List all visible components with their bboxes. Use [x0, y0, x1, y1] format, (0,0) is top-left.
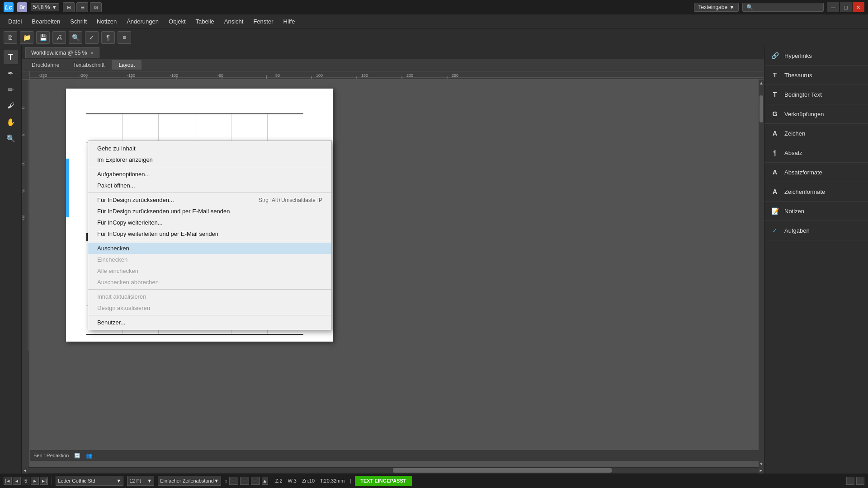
context-menu-item-benutzer[interactable]: Benutzer... [88, 317, 331, 328]
menu-schrift[interactable]: Schrift [66, 16, 91, 27]
last-page-button[interactable]: ►| [40, 477, 48, 485]
align-center-button[interactable]: ≡ [240, 477, 249, 485]
close-button[interactable]: ✕ [853, 2, 864, 12]
scroll-track[interactable] [28, 468, 758, 473]
context-menu-item-aufgabenoptionen[interactable]: Aufgabenoptionen... [88, 169, 331, 180]
maximize-button[interactable]: □ [840, 2, 852, 12]
text-tool[interactable]: T [4, 50, 18, 64]
table-cell [123, 114, 159, 142]
bridge-icon[interactable]: Br [17, 2, 27, 12]
list-button[interactable]: ≡ [118, 31, 131, 44]
print-button[interactable]: 🖨 [52, 31, 66, 44]
text-eingepasst-button[interactable]: TEXT EINGEPASST [355, 476, 411, 486]
context-menu-item-paket-oeffnen[interactable]: Paket öffnen... [88, 180, 331, 191]
context-menu-item-auschecken-abbrechen: Auschecken abbrechen [88, 277, 331, 288]
zoom-control: 54,8 % ▼ [31, 3, 59, 11]
document-tab[interactable]: Workflow.icma @ 55 % × [25, 47, 99, 58]
minimize-button[interactable]: ─ [827, 2, 839, 12]
tab-layout[interactable]: Layout [112, 60, 142, 70]
menu-datei[interactable]: Datei [4, 16, 26, 27]
view-icon-1[interactable]: ⊞ [63, 2, 75, 12]
context-menu-item-im-explorer[interactable]: Im Explorer anzeigen [88, 154, 331, 165]
context-menu-item-incopy-weiterleiten[interactable]: Für InCopy weiterleiten... [88, 217, 331, 228]
scroll-down-button[interactable]: ▼ [758, 460, 764, 467]
prev-page-button[interactable]: ◄ [13, 477, 21, 485]
brush-tool[interactable]: 🖌 [4, 99, 18, 113]
menu-aenderungen[interactable]: Änderungen [122, 16, 163, 27]
texteingabe-dropdown[interactable]: Texteingabe ▼ [694, 3, 739, 12]
search-box[interactable]: 🔍 [742, 3, 824, 12]
context-menu-item-gehe-zu-inhalt[interactable]: Gehe zu Inhalt [88, 143, 331, 154]
status-right-btn-2[interactable] [856, 477, 864, 485]
tab-textabschnitt[interactable]: Textabschnitt [66, 61, 111, 70]
para-button[interactable]: ¶ [101, 31, 115, 44]
pencil-tool[interactable]: ✏ [4, 82, 18, 97]
svg-text:250: 250 [452, 73, 458, 78]
scroll-right-button[interactable]: ► [758, 467, 764, 474]
next-page-button[interactable]: ► [31, 477, 39, 485]
zoom-dropdown[interactable]: 54,8 % ▼ [31, 3, 59, 11]
tab-druckfahne[interactable]: Druckfahne [25, 61, 66, 70]
menu-objekt[interactable]: Objekt [164, 16, 190, 27]
context-menu-item-indesign-zuruecksenden[interactable]: Für InDesign zurücksenden... Strg+Alt+Um… [88, 194, 331, 206]
panel-item-verknuepfungen[interactable]: G Verknüpfungen [764, 104, 868, 124]
thesaurus-icon: T [770, 70, 780, 80]
status-right-btn-1[interactable] [846, 477, 854, 485]
context-menu-separator-3 [88, 241, 331, 241]
canvas-info-bar: Ben.: Redaktion 🔄 👥 [30, 450, 759, 461]
menu-hilfe[interactable]: Hilfe [279, 16, 300, 27]
align-right-button[interactable]: ≡ [251, 477, 260, 485]
scroll-left-button[interactable]: ◄ [22, 467, 28, 474]
zoom-tool[interactable]: 🔍 [4, 131, 18, 145]
doc-highlight-bar [66, 159, 69, 217]
menu-tabelle[interactable]: Tabelle [191, 16, 219, 27]
pen-tool[interactable]: ✒ [4, 66, 18, 80]
panel-item-bedingter-text[interactable]: T Bedingter Text [764, 85, 868, 104]
menu-notizen[interactable]: Notizen [92, 16, 121, 27]
align-left-button[interactable]: ≡ [229, 477, 238, 485]
panel-item-notizen[interactable]: 📝 Notizen [764, 202, 868, 221]
first-page-button[interactable]: |◄ [4, 477, 12, 485]
context-menu-separator-2 [88, 192, 331, 193]
font-dropdown-icon: ▼ [116, 478, 121, 483]
hyperlinks-icon: 🔗 [770, 51, 780, 61]
panel-item-zeichenformate[interactable]: A Zeichenformate [764, 182, 868, 202]
spell-button[interactable]: ✓ [85, 31, 99, 44]
title-bar: Lc Br 54,8 % ▼ ⊞ ⊟ ⊠ Texteingabe ▼ 🔍 ─ □… [0, 0, 868, 14]
panel-item-zeichen[interactable]: A Zeichen [764, 124, 868, 143]
panel-item-absatz[interactable]: ¶ Absatz [764, 143, 868, 163]
document-area: Workflow.icma @ 55 % × Druckfahne Textab… [22, 46, 764, 474]
panel-item-hyperlinks[interactable]: 🔗 Hyperlinks [764, 46, 868, 66]
find-button[interactable]: 🔍 [69, 31, 82, 44]
font-selector[interactable]: Letter Gothic Std ▼ [56, 476, 123, 486]
panel-item-absatzformate[interactable]: A Absatzformate [764, 163, 868, 182]
tab-close-button[interactable]: × [90, 50, 93, 56]
left-panel: T ✒ ✏ 🖌 ✋ 🔍 [0, 46, 22, 474]
hand-tool[interactable]: ✋ [4, 115, 18, 129]
bottom-scrollbar[interactable]: ◄ ► [22, 467, 764, 474]
view-icon-2[interactable]: ⊟ [76, 2, 88, 12]
tab-bar: Workflow.icma @ 55 % × [22, 46, 764, 59]
scroll-thumb[interactable] [760, 95, 763, 122]
panel-item-thesaurus[interactable]: T Thesaurus [764, 66, 868, 85]
canvas-scrollbar[interactable]: ▲ ▼ [759, 80, 764, 467]
text-up-button[interactable]: ▲ [262, 477, 268, 485]
context-menu-item-indesign-email[interactable]: Für InDesign zurücksenden und per E-Mail… [88, 206, 331, 217]
scroll-up-button[interactable]: ▲ [758, 80, 764, 86]
size-selector[interactable]: 12 Pt ▼ [127, 476, 154, 486]
save-button[interactable]: 💾 [36, 31, 50, 44]
menu-bearbeiten[interactable]: Bearbeiten [27, 16, 65, 27]
menu-ansicht[interactable]: Ansicht [220, 16, 248, 27]
context-menu-item-incopy-email[interactable]: Für InCopy weiterleiten und per E-Mail s… [88, 228, 331, 239]
panel-item-aufgaben[interactable]: ✓ Aufgaben [764, 221, 868, 240]
open-button[interactable]: 📁 [20, 31, 33, 44]
context-menu-item-auschecken[interactable]: Auschecken [88, 243, 331, 254]
spacing-selector[interactable]: Einfacher Zeilenabstand ▼ [158, 476, 221, 486]
align-icon[interactable]: ↕ [225, 478, 227, 483]
menu-fenster[interactable]: Fenster [249, 16, 278, 27]
new-button[interactable]: 🗎 [4, 31, 17, 44]
notizen-icon: 📝 [770, 206, 780, 216]
view-icon-3[interactable]: ⊠ [90, 2, 102, 12]
svg-text:150: 150 [361, 73, 368, 78]
horizontal-scroll-thumb[interactable] [393, 468, 612, 473]
